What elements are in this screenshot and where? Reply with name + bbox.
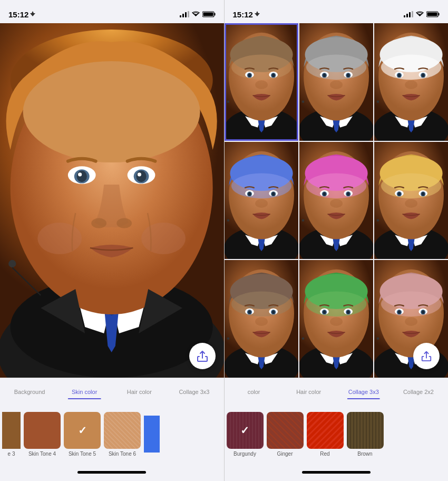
portrait-background-left	[0, 23, 224, 378]
grid-cell-9[interactable]	[374, 260, 448, 378]
svg-point-161	[376, 338, 379, 340]
grid-cell-4[interactable]	[225, 142, 298, 259]
swatch-label-ginger: Ginger	[277, 451, 293, 457]
tab-hair-color-left[interactable]: Hair color	[112, 384, 167, 399]
home-indicator-right	[225, 463, 449, 481]
tab-collage-2x2-right[interactable]: Collage 2x2	[391, 384, 446, 399]
svg-point-100	[323, 192, 326, 196]
svg-point-128	[248, 311, 251, 314]
svg-rect-2	[185, 12, 187, 17]
collage-grid-3x3	[225, 23, 449, 378]
swatch-color-blue	[144, 416, 160, 453]
tab-background-left[interactable]: Background	[2, 384, 57, 399]
grid-cell-1[interactable]	[225, 23, 298, 141]
swatch-color-tone5	[64, 412, 101, 449]
svg-point-89	[271, 192, 275, 196]
share-button-right[interactable]	[413, 343, 440, 369]
svg-point-63	[301, 100, 304, 103]
svg-point-119	[376, 219, 379, 222]
battery-icon-left	[202, 11, 216, 17]
signal-icon-right	[404, 11, 413, 17]
swatch-burgundy-right[interactable]: Burgundy	[227, 412, 264, 457]
svg-point-90	[255, 199, 268, 208]
swatch-tone4-left[interactable]: Skin Tone 4	[24, 412, 61, 457]
svg-point-114	[397, 192, 401, 196]
home-bar-right	[302, 471, 371, 474]
status-icons-right	[404, 11, 440, 17]
home-bar-left	[77, 471, 146, 474]
swatch-tone3-left[interactable]: e 3	[2, 412, 21, 457]
grid-cell-5[interactable]	[299, 142, 373, 259]
swatches-row-right: Burgundy Ginger Red Brown	[225, 405, 449, 463]
swatch-ginger-right[interactable]: Ginger	[267, 412, 304, 457]
svg-point-26	[141, 223, 186, 254]
svg-rect-6	[203, 13, 213, 16]
svg-point-22	[138, 172, 141, 176]
status-icons-left	[180, 11, 216, 17]
share-icon-right	[421, 350, 432, 362]
svg-point-18	[78, 172, 82, 176]
tab-collage-3x3-left[interactable]: Collage 3x3	[167, 384, 221, 399]
main-image-left	[0, 23, 224, 378]
share-button-left[interactable]	[189, 343, 216, 369]
swatch-red-right[interactable]: Red	[307, 412, 344, 457]
tab-skin-color-left[interactable]: Skin color	[57, 384, 112, 399]
grid-cell-2[interactable]	[299, 23, 373, 141]
share-icon-left	[196, 350, 209, 362]
svg-point-49	[227, 100, 229, 103]
status-time-right: 15:12	[233, 10, 260, 19]
swatch-tone5-left[interactable]: Skin Tone 5	[64, 412, 101, 457]
tab-hair-color-right[interactable]: Hair color	[281, 384, 336, 399]
swatch-label-red: Red	[320, 451, 329, 457]
swatch-color-tone4	[24, 412, 61, 449]
svg-point-146	[330, 318, 343, 326]
svg-point-153	[381, 292, 441, 317]
left-phone-panel: 15:12	[0, 0, 224, 481]
svg-point-105	[301, 219, 304, 222]
swatch-blue-partial-left[interactable]	[144, 416, 160, 453]
swatch-label-burgundy: Burgundy	[233, 451, 256, 457]
svg-point-17	[77, 171, 87, 182]
swatch-tone6-left[interactable]: Skin Tone 6	[104, 412, 141, 457]
svg-point-104	[330, 199, 343, 208]
battery-icon-right	[426, 11, 440, 17]
svg-point-41	[231, 55, 291, 80]
svg-point-131	[271, 311, 275, 314]
svg-point-86	[248, 192, 251, 196]
svg-rect-31	[409, 12, 411, 17]
svg-rect-32	[412, 11, 413, 17]
right-phone-panel: 15:12	[225, 0, 449, 481]
svg-point-48	[255, 80, 268, 89]
svg-point-160	[405, 318, 417, 326]
svg-point-62	[330, 80, 343, 89]
svg-point-23	[91, 218, 106, 228]
svg-point-55	[306, 55, 366, 80]
grid-cell-7[interactable]	[225, 260, 298, 378]
svg-point-14	[23, 61, 200, 162]
svg-point-47	[271, 73, 275, 77]
swatch-color-red	[307, 412, 344, 449]
grid-cell-8[interactable]	[299, 260, 373, 378]
svg-rect-5	[214, 13, 215, 16]
svg-point-75	[422, 73, 425, 77]
svg-point-21	[136, 171, 146, 182]
tab-bar-right: color Hair color Collage 3x3 Collage 2x2	[225, 378, 449, 405]
svg-point-132	[255, 318, 268, 326]
tab-collage-3x3-right[interactable]: Collage 3x3	[336, 384, 391, 399]
grid-cell-3[interactable]	[374, 23, 448, 141]
swatches-row-left: e 3 Skin Tone 4 Skin Tone 5 Skin Tone 6	[0, 405, 224, 463]
swatch-color-ginger	[267, 412, 304, 449]
grid-cell-6[interactable]	[374, 142, 448, 259]
swatch-brown-right[interactable]: Brown	[347, 412, 384, 457]
status-time-left: 15:12	[8, 10, 35, 19]
svg-point-118	[405, 199, 417, 208]
swatch-label-tone3: e 3	[8, 451, 15, 457]
svg-rect-35	[427, 13, 437, 16]
home-indicator-left	[0, 463, 224, 481]
svg-point-24	[116, 218, 132, 228]
svg-point-91	[227, 219, 229, 222]
swatch-label-brown: Brown	[357, 451, 372, 457]
tab-color-right[interactable]: color	[227, 384, 281, 399]
svg-point-156	[397, 311, 401, 314]
swatch-color-brown	[347, 412, 384, 449]
